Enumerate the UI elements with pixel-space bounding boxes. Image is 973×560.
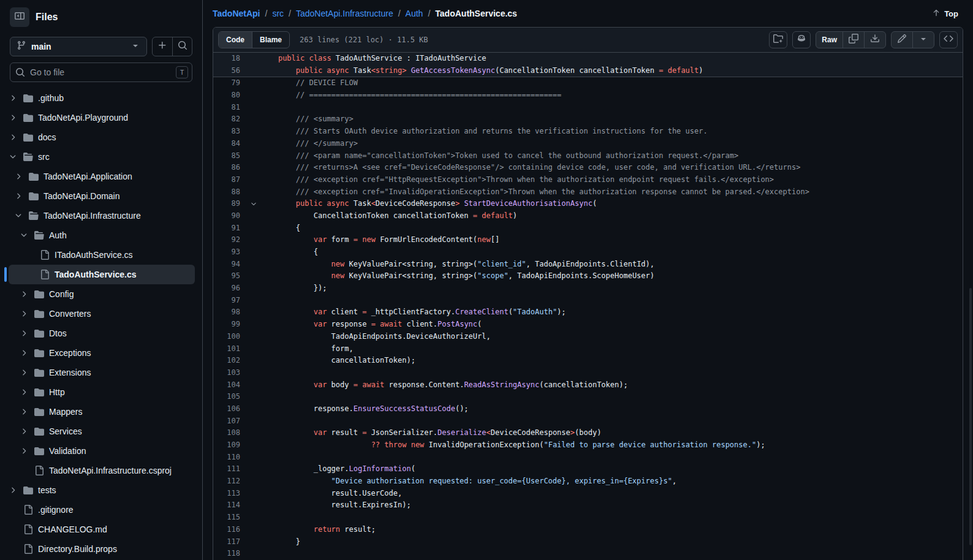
- chevron-right-icon[interactable]: [20, 309, 34, 318]
- download-button[interactable]: [864, 32, 885, 48]
- raw-button[interactable]: Raw: [816, 32, 842, 48]
- tree-item-validation[interactable]: Validation: [9, 441, 195, 461]
- line-number[interactable]: 117: [213, 536, 250, 548]
- branch-selector[interactable]: main: [10, 37, 147, 56]
- line-number[interactable]: 118: [213, 548, 250, 560]
- line-number[interactable]: 85: [213, 150, 250, 162]
- copilot-button[interactable]: [792, 31, 811, 48]
- tree-item-tadonetapi-infrastructure-csproj[interactable]: TadoNetApi.Infrastructure.csproj: [9, 461, 195, 480]
- line-number[interactable]: 106: [213, 403, 250, 415]
- line-number[interactable]: 103: [213, 367, 250, 379]
- line-number[interactable]: 79: [213, 77, 250, 89]
- back-to-top-button[interactable]: Top: [927, 6, 963, 21]
- tree-item-dtos[interactable]: Dtos: [9, 324, 195, 343]
- tree-item-extensions[interactable]: Extensions: [9, 363, 195, 382]
- tree-item-tadonetapi-application[interactable]: TadoNetApi.Application: [9, 167, 195, 186]
- chevron-right-icon[interactable]: [14, 192, 29, 200]
- chevron-right-icon[interactable]: [20, 349, 34, 357]
- line-number[interactable]: 112: [213, 475, 250, 488]
- search-tree-button[interactable]: [172, 37, 192, 56]
- line-number[interactable]: 86: [213, 162, 250, 174]
- line-number[interactable]: 91: [213, 222, 250, 235]
- chevron-right-icon[interactable]: [9, 113, 23, 122]
- go-to-file-input[interactable]: [10, 62, 192, 82]
- open-with-workspace-button[interactable]: [769, 31, 787, 48]
- tree-item-tadonetapi-playground[interactable]: TadoNetApi.Playground: [9, 108, 195, 127]
- line-number[interactable]: 95: [213, 270, 250, 282]
- chevron-right-icon[interactable]: [9, 133, 23, 142]
- line-number[interactable]: 116: [213, 524, 250, 536]
- tree-item-changelog-md[interactable]: CHANGELOG.md: [9, 520, 195, 539]
- line-number[interactable]: 110: [213, 452, 250, 464]
- line-number[interactable]: 80: [213, 89, 250, 102]
- line-number[interactable]: 84: [213, 138, 250, 150]
- collapse-sidebar-button[interactable]: [10, 7, 29, 27]
- copy-raw-button[interactable]: [842, 32, 864, 48]
- line-number[interactable]: 93: [213, 246, 250, 259]
- line-number[interactable]: 88: [213, 186, 250, 199]
- edit-dropdown-button[interactable]: [912, 32, 934, 48]
- chevron-down-icon[interactable]: [14, 211, 29, 220]
- tree-item-exceptions[interactable]: Exceptions: [9, 343, 195, 363]
- line-number[interactable]: 115: [213, 512, 250, 524]
- line-number[interactable]: 81: [213, 102, 250, 114]
- line-number[interactable]: 92: [213, 234, 250, 246]
- tree-item-tadonetapi-infrastructure[interactable]: TadoNetApi.Infrastructure: [9, 206, 195, 225]
- line-number[interactable]: 83: [213, 126, 250, 138]
- tree-item--gitignore[interactable]: .gitignore: [9, 500, 195, 520]
- line-number[interactable]: 87: [213, 174, 250, 186]
- line-number[interactable]: 109: [213, 439, 250, 452]
- breadcrumb-link[interactable]: Auth: [406, 9, 423, 18]
- line-number[interactable]: 108: [213, 427, 250, 439]
- tab-code[interactable]: Code: [219, 32, 252, 48]
- breadcrumb-link[interactable]: src: [272, 9, 284, 18]
- scrollbar-thumb[interactable]: [969, 288, 972, 545]
- chevron-right-icon[interactable]: [20, 329, 34, 338]
- line-number[interactable]: 100: [213, 331, 250, 343]
- chevron-right-icon[interactable]: [20, 388, 34, 396]
- chevron-down-icon[interactable]: [20, 231, 34, 240]
- chevron-right-icon[interactable]: [9, 486, 23, 494]
- tree-item-tadonetapi-domain[interactable]: TadoNetApi.Domain: [9, 186, 195, 206]
- line-number[interactable]: 105: [213, 391, 250, 403]
- add-file-button[interactable]: [153, 37, 172, 56]
- tree-item-tests[interactable]: tests: [9, 480, 195, 500]
- tree-item-mappers[interactable]: Mappers: [9, 402, 195, 422]
- tree-item-src[interactable]: src: [9, 147, 195, 167]
- tree-item-tadoauthservice-cs[interactable]: TadoAuthService.cs: [9, 265, 195, 284]
- line-number[interactable]: 97: [213, 295, 250, 307]
- tree-item-http[interactable]: Http: [9, 382, 195, 402]
- line-number[interactable]: 56: [213, 65, 250, 77]
- chevron-right-icon[interactable]: [20, 427, 34, 436]
- line-number[interactable]: 107: [213, 415, 250, 428]
- chevron-right-icon[interactable]: [20, 290, 34, 298]
- line-number[interactable]: 94: [213, 259, 250, 271]
- chevron-right-icon[interactable]: [20, 447, 34, 455]
- line-number[interactable]: 90: [213, 210, 250, 222]
- line-number[interactable]: 114: [213, 499, 250, 512]
- tree-item-auth[interactable]: Auth: [9, 225, 195, 245]
- line-number[interactable]: 113: [213, 488, 250, 500]
- chevron-right-icon[interactable]: [20, 407, 34, 416]
- tree-item-directory-build-props[interactable]: Directory.Build.props: [9, 539, 195, 559]
- fold-chevron-icon[interactable]: [250, 198, 260, 210]
- chevron-right-icon[interactable]: [14, 172, 29, 181]
- breadcrumb-link[interactable]: TadoNetApi: [213, 9, 260, 18]
- symbols-panel-button[interactable]: [939, 31, 958, 48]
- tab-blame[interactable]: Blame: [252, 32, 289, 48]
- line-number[interactable]: 18: [213, 53, 250, 65]
- edit-file-button[interactable]: [892, 32, 912, 48]
- chevron-right-icon[interactable]: [20, 368, 34, 377]
- chevron-right-icon[interactable]: [9, 94, 23, 102]
- tree-item-converters[interactable]: Converters: [9, 304, 195, 324]
- line-number[interactable]: 101: [213, 343, 250, 355]
- line-number[interactable]: 82: [213, 113, 250, 126]
- line-number[interactable]: 111: [213, 463, 250, 475]
- line-number[interactable]: 89: [213, 198, 250, 210]
- tree-item-config[interactable]: Config: [9, 284, 195, 304]
- tree-item-itadoauthservice-cs[interactable]: ITadoAuthService.cs: [9, 245, 195, 265]
- tree-item--github[interactable]: .github: [9, 88, 195, 108]
- line-number[interactable]: 104: [213, 379, 250, 392]
- line-number[interactable]: 102: [213, 355, 250, 367]
- chevron-down-icon[interactable]: [9, 153, 23, 161]
